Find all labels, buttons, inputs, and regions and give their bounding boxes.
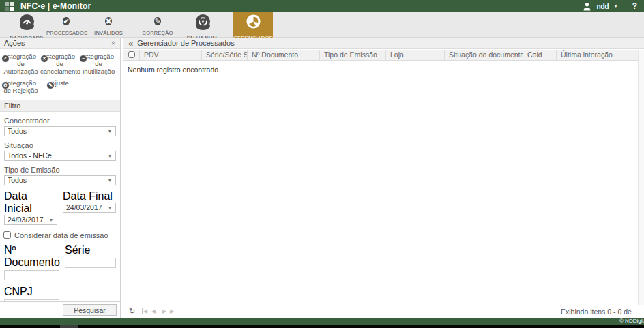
column-header-cold[interactable]: Cold <box>523 50 557 60</box>
grid-header-row: PDV Série/Série SAT Nº Documento Tipo de… <box>123 50 638 61</box>
chevron-down-icon: ▼ <box>106 176 114 185</box>
column-header-serie-serie-sat[interactable]: Série/Série SAT <box>202 50 248 60</box>
status-bar: © NDDigital <box>0 318 644 325</box>
copyright-text: © NDDigital <box>619 318 644 324</box>
gauge-icon <box>20 22 34 30</box>
considerar-data-label: Considerar data de emissão <box>14 231 108 239</box>
previous-page-icon[interactable]: ◀ <box>151 308 156 314</box>
tab-invalidos[interactable]: ✖ INVÁLIDOS <box>89 12 128 38</box>
select-all-cell <box>123 50 140 60</box>
user-menu-caret-icon[interactable]: ▼ <box>614 4 618 8</box>
pagination-status: Exibindo itens 0 - 0 de <box>561 308 644 316</box>
data-inicial-label: Data Inicial <box>4 190 32 214</box>
panel-header: « Gerenciador de Processados <box>123 38 644 49</box>
concentrador-select[interactable]: Todos ▼ <box>4 126 116 136</box>
app-title: NFC-e | e-Monitor <box>20 1 91 11</box>
main-toolbar: DASHBOARD ✔ PROCESSADOS ✖ INVÁLIDOS ✎ CO… <box>0 12 644 38</box>
help-button[interactable]: ? <box>632 1 637 11</box>
pie-circle-icon <box>246 22 261 30</box>
bottom-edge-strip <box>0 325 644 328</box>
action-integracao-inutilizacao[interactable]: − Integração de Inutilização <box>79 53 118 76</box>
e-monitor-window: NFC-e | e-Monitor ndd ▼ ? DASHBOARD <box>0 0 644 328</box>
tipo-emissao-select[interactable]: Todos ▼ <box>4 175 116 185</box>
pesquisar-button[interactable]: Pesquisar <box>63 304 117 316</box>
serie-input[interactable] <box>65 258 116 268</box>
tab-gerenciador[interactable]: GERENCIADOR <box>233 12 273 38</box>
considerar-data-checkbox[interactable] <box>3 231 11 239</box>
chevron-down-icon: ▼ <box>47 215 55 224</box>
last-page-icon[interactable]: ▶ <box>170 308 175 314</box>
x-circle-icon: ✖ <box>105 17 111 25</box>
num-documento-label: Nº Documento <box>4 244 60 268</box>
sidebar: Ações « ✓ Integração de Autorização ✕ In… <box>0 38 121 318</box>
chevron-down-icon: ▼ <box>106 203 114 212</box>
check-circle-icon: ✔ <box>63 17 69 25</box>
serie-label: Série <box>65 244 90 256</box>
gerenciador-panel: « Gerenciador de Processados PDV Série/S… <box>123 38 644 318</box>
tab-processados-label: PROCESSADOS <box>46 30 86 36</box>
actions-grid: ✓ Integração de Autorização ✕ Integração… <box>0 49 120 100</box>
dial-circle-icon <box>196 22 210 30</box>
vertical-scrollbar[interactable] <box>638 50 644 305</box>
tab-correcao-label: CORREÇÃO <box>138 30 177 36</box>
actions-title: Ações <box>4 38 25 48</box>
top-bar: NFC-e | e-Monitor ndd ▼ ? <box>0 0 644 12</box>
data-final-label: Data Final <box>63 190 113 202</box>
data-final-picker[interactable]: 24/03/2017 ▼ <box>63 203 116 213</box>
action-integracao-cancelamento[interactable]: ✕ Integração de cancelamento <box>40 53 79 76</box>
tipo-emissao-label: Tipo de Emissão <box>4 166 116 174</box>
cnpj-label: CNPJ <box>4 286 33 297</box>
tab-processados[interactable]: ✔ PROCESSADOS <box>46 12 86 38</box>
column-header-ultima-interacao[interactable]: Última interação <box>557 50 638 60</box>
chevron-down-icon: ▼ <box>106 151 114 160</box>
action-integracao-rejeicao[interactable]: ⊘ Integração de Rejeição <box>1 80 40 95</box>
column-header-pdv[interactable]: PDV <box>140 50 202 60</box>
empty-results-message: Nenhum registro encontrado. <box>123 61 224 78</box>
action-integracao-autorizacao[interactable]: ✓ Integração de Autorização <box>1 53 40 76</box>
refresh-icon[interactable]: ↻ <box>129 307 135 316</box>
user-icon <box>583 2 591 11</box>
situacao-select[interactable]: Todos - NFCe ▼ <box>4 151 116 161</box>
action-ajuste[interactable]: ✎ Ajuste <box>40 80 79 95</box>
select-all-checkbox[interactable] <box>128 51 135 58</box>
tab-correcao[interactable]: ✎ CORREÇÃO <box>138 12 177 38</box>
sidebar-footer: Pesquisar <box>0 301 120 318</box>
actions-panel-header: Ações « <box>0 38 120 49</box>
num-documento-input[interactable] <box>4 270 59 280</box>
tab-invalidos-label: INVÁLIDOS <box>89 30 128 36</box>
first-page-icon[interactable]: ◀ <box>142 308 147 314</box>
user-menu[interactable]: ndd <box>596 3 609 10</box>
collapse-sidebar-icon[interactable]: « <box>123 38 137 48</box>
column-header-num-documento[interactable]: Nº Documento <box>248 50 320 60</box>
chevron-down-icon: ▼ <box>106 127 114 136</box>
collapse-actions-icon[interactable]: « <box>108 41 119 45</box>
data-inicial-picker[interactable]: 24/03/2017 ▼ <box>4 215 57 225</box>
column-header-loja[interactable]: Loja <box>386 50 445 60</box>
pencil-circle-icon: ✎ <box>154 17 160 25</box>
column-header-tipo-emissao[interactable]: Tipo de Emissão <box>320 50 386 60</box>
filter-panel-header: Filtro <box>0 100 120 112</box>
column-header-situacao-documento[interactable]: Situação do documento <box>445 50 523 60</box>
ndd-logo-icon <box>5 2 14 11</box>
tab-dashboard[interactable]: DASHBOARD <box>7 12 46 38</box>
situacao-label: Situação <box>4 141 116 149</box>
concentrador-label: Concentrador <box>4 117 116 125</box>
next-page-icon[interactable]: ▶ <box>162 308 166 314</box>
panel-title: Gerenciador de Processados <box>137 39 234 47</box>
pagination-bar: ↻ ◀ ◀ ▶ ▶ Exibindo itens 0 - 0 de <box>123 305 644 318</box>
filter-title: Filtro <box>4 100 20 111</box>
tab-falha-num[interactable]: FALHA NUM. <box>183 12 222 38</box>
